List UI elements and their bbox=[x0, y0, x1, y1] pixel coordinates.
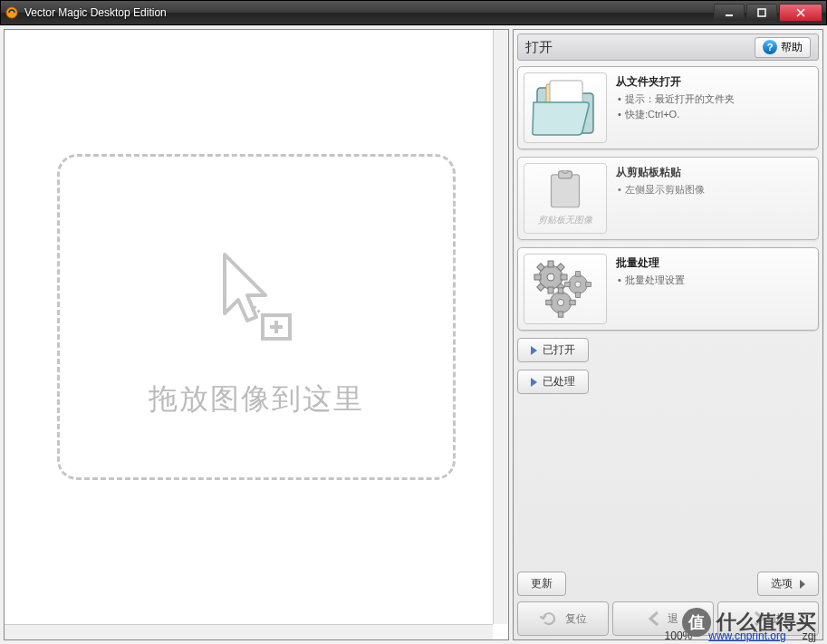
batch-process-card[interactable]: 批量处理 批量处理设置 bbox=[517, 247, 819, 331]
svg-rect-14 bbox=[548, 287, 553, 293]
clipboard-icon: 剪贴板无图像 bbox=[524, 163, 607, 234]
cursor-drop-icon bbox=[216, 250, 297, 352]
svg-rect-2 bbox=[758, 9, 765, 16]
svg-rect-29 bbox=[558, 288, 563, 293]
play-icon bbox=[531, 346, 537, 355]
svg-rect-31 bbox=[546, 300, 552, 304]
panel-title: 打开 bbox=[525, 39, 755, 56]
reset-button[interactable]: 复位 bbox=[517, 601, 609, 636]
svg-rect-10 bbox=[563, 170, 569, 173]
undo-icon bbox=[540, 610, 558, 627]
drop-zone[interactable]: 拖放图像到这里 bbox=[57, 154, 456, 480]
svg-point-22 bbox=[575, 282, 581, 287]
svg-rect-25 bbox=[565, 283, 571, 287]
svg-rect-32 bbox=[570, 300, 575, 304]
folder-card-title: 从文件夹打开 bbox=[616, 74, 813, 90]
opened-label: 已打开 bbox=[543, 342, 575, 358]
vertical-scrollbar[interactable] bbox=[493, 30, 508, 624]
open-from-folder-card[interactable]: 从文件夹打开 提示：最近打开的文件夹 快捷:Ctrl+O. bbox=[517, 66, 819, 149]
window-controls bbox=[712, 4, 822, 22]
help-label: 帮助 bbox=[781, 40, 803, 55]
svg-rect-13 bbox=[548, 261, 553, 267]
update-button[interactable]: 更新 bbox=[517, 572, 566, 596]
svg-point-28 bbox=[557, 299, 563, 305]
side-panel: 打开 ? 帮助 从文件夹打开 提示：最近打开的文件夹 快捷:Ctrl bbox=[513, 29, 823, 640]
canvas-area[interactable]: 拖放图像到这里 bbox=[4, 29, 509, 640]
maximize-button[interactable] bbox=[746, 4, 777, 22]
svg-rect-16 bbox=[561, 274, 567, 280]
gears-icon bbox=[524, 254, 607, 324]
watermark-brand: 什么值得买 bbox=[716, 609, 816, 636]
help-button[interactable]: ? 帮助 bbox=[755, 37, 811, 58]
clipboard-card-hint: 左侧显示剪贴图像 bbox=[616, 182, 813, 197]
svg-point-0 bbox=[6, 7, 17, 18]
window-title: Vector Magic Desktop Edition bbox=[24, 6, 712, 19]
drop-zone-label: 拖放图像到这里 bbox=[149, 380, 364, 419]
folder-icon bbox=[524, 72, 607, 143]
svg-rect-1 bbox=[726, 14, 733, 16]
batch-card-hint: 批量处理设置 bbox=[616, 273, 813, 288]
svg-rect-15 bbox=[534, 274, 541, 280]
folder-card-hint: 提示：最近打开的文件夹 bbox=[616, 91, 813, 107]
watermark: 值 什么值得买 bbox=[682, 608, 816, 637]
close-button[interactable] bbox=[779, 4, 822, 22]
processed-button[interactable]: 已处理 bbox=[517, 370, 589, 394]
horizontal-scrollbar[interactable] bbox=[5, 624, 493, 639]
window-titlebar: Vector Magic Desktop Edition bbox=[0, 0, 827, 25]
svg-rect-23 bbox=[576, 272, 581, 277]
watermark-badge: 值 bbox=[682, 608, 711, 637]
svg-rect-26 bbox=[586, 283, 591, 287]
panel-header: 打开 ? 帮助 bbox=[517, 34, 819, 61]
svg-rect-8 bbox=[552, 175, 580, 207]
svg-point-12 bbox=[547, 274, 554, 281]
paste-from-clipboard-card[interactable]: 剪贴板无图像 从剪贴板粘贴 左侧显示剪贴图像 bbox=[517, 157, 819, 240]
update-label: 更新 bbox=[531, 576, 553, 591]
svg-rect-30 bbox=[558, 312, 563, 317]
back-label: 退 bbox=[668, 611, 678, 627]
options-button[interactable]: 选项 bbox=[757, 572, 819, 596]
app-icon bbox=[5, 5, 19, 20]
minimize-button[interactable] bbox=[714, 4, 745, 22]
play-icon bbox=[531, 378, 537, 387]
options-label: 选项 bbox=[771, 576, 793, 591]
svg-rect-24 bbox=[576, 293, 581, 298]
clipboard-card-title: 从剪贴板粘贴 bbox=[616, 165, 813, 180]
processed-label: 已处理 bbox=[543, 374, 575, 389]
reset-label: 复位 bbox=[565, 611, 587, 627]
batch-card-title: 批量处理 bbox=[616, 255, 813, 271]
clipboard-empty-label: 剪贴板无图像 bbox=[538, 214, 592, 226]
folder-card-shortcut: 快捷:Ctrl+O. bbox=[616, 107, 813, 122]
opened-button[interactable]: 已打开 bbox=[517, 338, 589, 362]
chevron-left-icon bbox=[648, 610, 660, 627]
chevron-right-icon bbox=[800, 580, 805, 589]
help-icon: ? bbox=[763, 40, 777, 54]
